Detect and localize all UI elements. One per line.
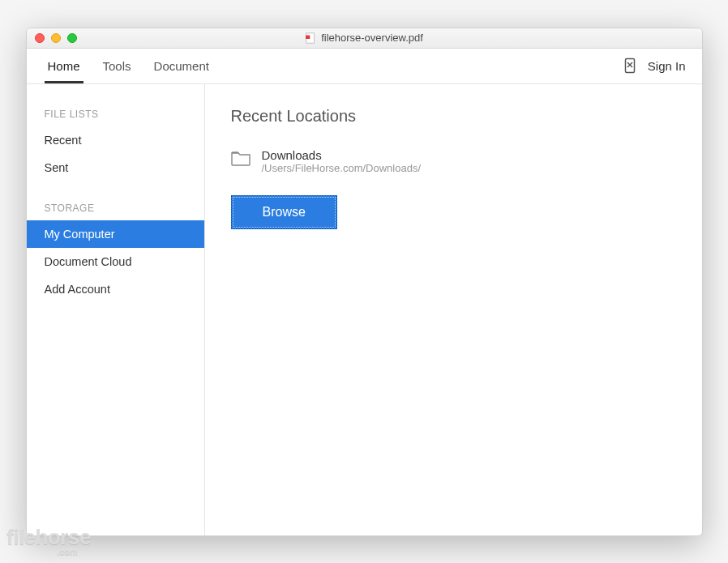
close-window-button[interactable] [35, 33, 45, 43]
tabbar-right: Sign In [623, 49, 692, 83]
traffic-lights [27, 33, 77, 43]
watermark-suffix: .com [57, 547, 91, 557]
sign-in-link[interactable]: Sign In [648, 59, 686, 73]
browse-button[interactable]: Browse [231, 195, 337, 229]
window-title-text: filehorse-overview.pdf [321, 32, 423, 44]
svg-rect-1 [306, 35, 310, 38]
svg-rect-0 [306, 32, 315, 42]
titlebar: filehorse-overview.pdf [27, 28, 702, 49]
sidebar-item-recent[interactable]: Recent [27, 126, 204, 154]
sidebar-item-sent[interactable]: Sent [27, 154, 204, 181]
tab-home[interactable]: Home [36, 49, 92, 83]
maximize-window-button[interactable] [67, 33, 77, 43]
folder-icon [231, 150, 251, 166]
pdf-file-icon [305, 32, 316, 44]
sidebar-header-file-lists: FILE LISTS [27, 102, 204, 126]
tabbar: Home Tools Document Sign In [27, 49, 702, 84]
sidebar-item-my-computer[interactable]: My Computer [27, 220, 204, 248]
tab-tools[interactable]: Tools [92, 49, 143, 83]
main-panel: Recent Locations Downloads /Users/FileHo… [205, 84, 702, 535]
sidebar-section-file-lists: FILE LISTS Recent Sent [27, 102, 204, 181]
sidebar-item-add-account[interactable]: Add Account [27, 275, 204, 303]
content-area: FILE LISTS Recent Sent STORAGE My Comput… [27, 84, 702, 535]
app-window: filehorse-overview.pdf Home Tools Docume… [26, 28, 703, 536]
recent-locations-heading: Recent Locations [231, 107, 676, 126]
location-path: /Users/FileHorse.com/Downloads/ [262, 162, 422, 174]
sidebar: FILE LISTS Recent Sent STORAGE My Comput… [27, 84, 205, 535]
location-info: Downloads /Users/FileHorse.com/Downloads… [262, 148, 422, 174]
sidebar-section-storage: STORAGE My Computer Document Cloud Add A… [27, 196, 204, 303]
sidebar-header-storage: STORAGE [27, 196, 204, 220]
window-title: filehorse-overview.pdf [27, 32, 702, 44]
sidebar-item-document-cloud[interactable]: Document Cloud [27, 248, 204, 275]
minimize-window-button[interactable] [51, 33, 61, 43]
location-name: Downloads [262, 148, 422, 162]
location-row-downloads[interactable]: Downloads /Users/FileHorse.com/Downloads… [231, 148, 676, 174]
tab-document[interactable]: Document [143, 49, 221, 83]
mobile-link-icon[interactable] [623, 58, 636, 74]
